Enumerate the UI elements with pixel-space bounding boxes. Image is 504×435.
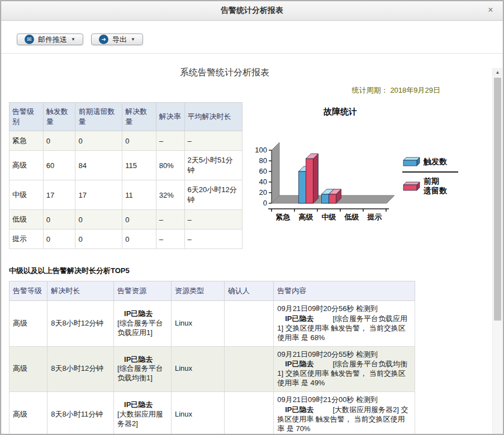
- cell: [224, 301, 273, 347]
- cell: –: [156, 210, 184, 230]
- table-row: 紧急000––: [9, 131, 243, 151]
- summary-table: 告警级别 触发数量 前期遗留数量 解决数量 解决率 平均解决时长 紧急000––: [9, 102, 243, 249]
- dialog-titlebar: 告警统计分析报表 ×: [1, 1, 503, 21]
- cell: 32%: [156, 180, 184, 210]
- redacted-ip: IP已隐去: [124, 355, 168, 365]
- table-header-row: 告警等级 解决时长 告警资源 资源类型 确认人 告警内容: [9, 281, 415, 301]
- cell: –: [156, 230, 184, 249]
- redacted-ip: IP已隐去: [285, 314, 313, 323]
- stat-period-value: 2018年9月29日: [390, 86, 440, 94]
- svg-text:中级: 中级: [322, 213, 337, 221]
- cell: 低级: [9, 210, 44, 230]
- chevron-down-icon: ▼: [71, 37, 75, 42]
- mail-icon: ✉: [25, 35, 34, 44]
- cell: 11: [122, 180, 156, 210]
- legend-label: 触发数: [424, 157, 447, 166]
- resource-name: [大数据应用服务器2]: [117, 410, 168, 429]
- top5-table: 告警等级 解决时长 告警资源 资源类型 确认人 告警内容 高级 8天8小时12分…: [9, 281, 415, 434]
- svg-text:0: 0: [263, 199, 267, 207]
- svg-text:40: 40: [259, 178, 267, 186]
- svg-text:高级: 高级: [299, 213, 314, 221]
- stat-period: 统计周期： 2018年9月29日: [9, 85, 440, 95]
- column-header: 确认人: [224, 281, 273, 301]
- report-content: 系统告警统计分析报表 统计周期： 2018年9月29日 告警级别 触发数量 前期…: [1, 54, 503, 434]
- cell: 高级: [9, 392, 47, 434]
- resource-name: [综合服务平台负载应用1]: [117, 319, 168, 338]
- table-row: 高级 8天8小时12分钟 IP已隐去[综合服务平台负载均衡1] Linux 09…: [9, 346, 415, 392]
- redacted-ip: IP已隐去: [285, 405, 313, 414]
- svg-text:80: 80: [259, 156, 267, 165]
- mail-push-label: 邮件推送: [38, 35, 67, 45]
- column-header: 触发数量: [43, 103, 75, 131]
- toolbar: ✉ 邮件推送 ▼ ➜ 导出 ▼: [1, 21, 503, 54]
- fault-chart-svg: 020406080100紧急高级中级低级提示: [250, 118, 397, 224]
- cell: 高级: [9, 151, 44, 180]
- column-header: 告警等级: [9, 281, 47, 301]
- stat-period-label: 统计周期：: [352, 86, 388, 94]
- table-row: 高级 8天8小时12分钟 IP已隐去[综合服务平台负载应用1] Linux 09…: [9, 301, 415, 347]
- cell: 8天8小时11分钟: [47, 392, 114, 434]
- cell: 115: [122, 151, 156, 180]
- svg-text:20: 20: [259, 188, 267, 197]
- table-row: 高级608411580%2天5小时51分钟: [9, 151, 243, 180]
- column-header: 前期遗留数量: [75, 103, 122, 131]
- cell: 6天20小时12分钟: [184, 180, 242, 210]
- column-header: 告警内容: [274, 281, 415, 301]
- alarm-message: 09月21日09时21分00秒 检测到IP已隐去[大数据应用服务器2] 交换区使…: [274, 392, 415, 434]
- scrollbar-thumb[interactable]: [494, 78, 501, 321]
- report-body: 系统告警统计分析报表 统计周期： 2018年9月29日 告警级别 触发数量 前期…: [1, 54, 503, 434]
- svg-text:100: 100: [255, 146, 267, 154]
- export-label: 导出: [112, 35, 127, 45]
- column-header: 告警级别: [9, 103, 44, 131]
- alarm-time: 09月21日09时21分00秒 检测到: [277, 395, 411, 405]
- export-icon: ➜: [99, 35, 108, 44]
- cell: –: [156, 131, 184, 151]
- cell: 8天8小时12分钟: [47, 301, 114, 347]
- resource-name: [综合服务平台负载均衡1]: [117, 364, 168, 383]
- cell: 高级: [9, 301, 47, 347]
- column-header: 解决时长: [47, 281, 114, 301]
- legend-item-triggered: 触发数: [402, 155, 458, 173]
- cell: Linux: [171, 301, 224, 347]
- svg-text:紧急: 紧急: [276, 213, 291, 221]
- vertical-scrollbar[interactable]: ▲ ▼: [492, 68, 502, 434]
- cell: 0: [43, 230, 75, 249]
- dialog-title: 告警统计分析报表: [221, 6, 283, 16]
- mail-push-button[interactable]: ✉ 邮件推送 ▼: [17, 34, 83, 45]
- column-header: 解决率: [156, 103, 184, 131]
- top5-heading: 中级以及以上告警解决时长分析TOP5: [9, 266, 486, 276]
- report-title: 系统告警统计分析报表: [9, 67, 440, 79]
- cell: Linux: [171, 346, 224, 392]
- cell: 0: [122, 210, 156, 230]
- cell: 提示: [9, 230, 44, 249]
- redacted-ip: IP已隐去: [285, 360, 313, 368]
- cell: 0: [75, 131, 122, 151]
- cell: 0: [122, 131, 156, 151]
- cell: 17: [75, 180, 122, 210]
- scroll-up-button[interactable]: ▲: [493, 68, 502, 77]
- column-header: 平均解决时长: [184, 103, 242, 131]
- legend-label: 前期 遗留数: [424, 176, 447, 195]
- cell: IP已隐去[综合服务平台负载应用1]: [114, 301, 172, 347]
- legend-item-leftover: 前期 遗留数: [402, 176, 458, 195]
- alarm-time: 09月21日09时20分55秒 检测到: [277, 350, 411, 360]
- column-header: 解决数量: [122, 103, 156, 131]
- svg-text:提示: 提示: [367, 213, 382, 221]
- cell: 中级: [9, 180, 44, 210]
- redacted-ip: IP已隐去: [124, 400, 168, 410]
- chart-title: 故障统计: [267, 107, 413, 117]
- cell: 0: [122, 230, 156, 249]
- cell: –: [184, 210, 242, 230]
- fault-chart-panel: 故障统计 020406080100紧急高级中级低级提示 触发数 前期 遗留数: [250, 102, 458, 249]
- cell: IP已隐去[综合服务平台负载均衡1]: [114, 346, 172, 392]
- alarm-report-dialog: 告警统计分析报表 × ✉ 邮件推送 ▼ ➜ 导出 ▼ 系统告警统计分析报表 统计…: [1, 1, 503, 434]
- column-header: 资源类型: [171, 281, 224, 301]
- cell: 0: [75, 210, 122, 230]
- redacted-ip: IP已隐去: [124, 309, 168, 319]
- close-icon[interactable]: ×: [485, 5, 496, 16]
- cell: 0: [43, 210, 75, 230]
- legend-swatch-red-icon: [402, 180, 422, 192]
- cell: 紧急: [9, 131, 44, 151]
- cell: [224, 346, 273, 392]
- export-button[interactable]: ➜ 导出 ▼: [91, 34, 143, 45]
